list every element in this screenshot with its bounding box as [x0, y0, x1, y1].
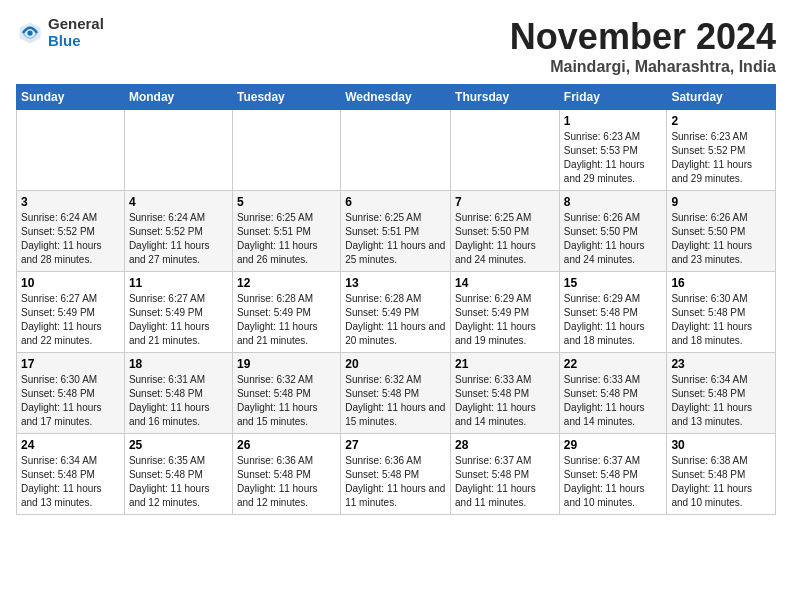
calendar-cell: 15Sunrise: 6:29 AM Sunset: 5:48 PM Dayli…	[559, 272, 667, 353]
calendar-cell: 2Sunrise: 6:23 AM Sunset: 5:52 PM Daylig…	[667, 110, 776, 191]
calendar-cell: 26Sunrise: 6:36 AM Sunset: 5:48 PM Dayli…	[232, 434, 340, 515]
day-number: 20	[345, 357, 446, 371]
calendar-cell: 4Sunrise: 6:24 AM Sunset: 5:52 PM Daylig…	[124, 191, 232, 272]
day-info: Sunrise: 6:35 AM Sunset: 5:48 PM Dayligh…	[129, 454, 228, 510]
day-number: 2	[671, 114, 771, 128]
calendar-week-2: 3Sunrise: 6:24 AM Sunset: 5:52 PM Daylig…	[17, 191, 776, 272]
calendar-cell: 28Sunrise: 6:37 AM Sunset: 5:48 PM Dayli…	[451, 434, 560, 515]
day-number: 19	[237, 357, 336, 371]
calendar-cell: 3Sunrise: 6:24 AM Sunset: 5:52 PM Daylig…	[17, 191, 125, 272]
calendar-header-wednesday: Wednesday	[341, 85, 451, 110]
calendar-header-saturday: Saturday	[667, 85, 776, 110]
day-info: Sunrise: 6:26 AM Sunset: 5:50 PM Dayligh…	[671, 211, 771, 267]
logo-icon	[16, 19, 44, 47]
day-number: 6	[345, 195, 446, 209]
day-info: Sunrise: 6:34 AM Sunset: 5:48 PM Dayligh…	[671, 373, 771, 429]
day-info: Sunrise: 6:27 AM Sunset: 5:49 PM Dayligh…	[129, 292, 228, 348]
calendar-cell: 29Sunrise: 6:37 AM Sunset: 5:48 PM Dayli…	[559, 434, 667, 515]
day-number: 3	[21, 195, 120, 209]
day-info: Sunrise: 6:36 AM Sunset: 5:48 PM Dayligh…	[237, 454, 336, 510]
calendar-cell: 9Sunrise: 6:26 AM Sunset: 5:50 PM Daylig…	[667, 191, 776, 272]
day-info: Sunrise: 6:34 AM Sunset: 5:48 PM Dayligh…	[21, 454, 120, 510]
day-info: Sunrise: 6:30 AM Sunset: 5:48 PM Dayligh…	[21, 373, 120, 429]
day-info: Sunrise: 6:28 AM Sunset: 5:49 PM Dayligh…	[237, 292, 336, 348]
day-number: 5	[237, 195, 336, 209]
day-number: 23	[671, 357, 771, 371]
day-info: Sunrise: 6:26 AM Sunset: 5:50 PM Dayligh…	[564, 211, 663, 267]
day-info: Sunrise: 6:33 AM Sunset: 5:48 PM Dayligh…	[564, 373, 663, 429]
calendar-cell: 1Sunrise: 6:23 AM Sunset: 5:53 PM Daylig…	[559, 110, 667, 191]
day-number: 22	[564, 357, 663, 371]
logo: General Blue	[16, 16, 104, 49]
day-info: Sunrise: 6:23 AM Sunset: 5:53 PM Dayligh…	[564, 130, 663, 186]
day-info: Sunrise: 6:29 AM Sunset: 5:48 PM Dayligh…	[564, 292, 663, 348]
calendar-cell	[341, 110, 451, 191]
day-number: 7	[455, 195, 555, 209]
day-info: Sunrise: 6:25 AM Sunset: 5:50 PM Dayligh…	[455, 211, 555, 267]
calendar-header-friday: Friday	[559, 85, 667, 110]
calendar-cell: 14Sunrise: 6:29 AM Sunset: 5:49 PM Dayli…	[451, 272, 560, 353]
day-number: 12	[237, 276, 336, 290]
day-number: 13	[345, 276, 446, 290]
day-number: 16	[671, 276, 771, 290]
location-subtitle: Maindargi, Maharashtra, India	[510, 58, 776, 76]
day-info: Sunrise: 6:25 AM Sunset: 5:51 PM Dayligh…	[345, 211, 446, 267]
day-number: 28	[455, 438, 555, 452]
day-info: Sunrise: 6:28 AM Sunset: 5:49 PM Dayligh…	[345, 292, 446, 348]
day-info: Sunrise: 6:24 AM Sunset: 5:52 PM Dayligh…	[21, 211, 120, 267]
calendar-cell: 12Sunrise: 6:28 AM Sunset: 5:49 PM Dayli…	[232, 272, 340, 353]
calendar-cell: 10Sunrise: 6:27 AM Sunset: 5:49 PM Dayli…	[17, 272, 125, 353]
day-number: 11	[129, 276, 228, 290]
calendar-cell: 27Sunrise: 6:36 AM Sunset: 5:48 PM Dayli…	[341, 434, 451, 515]
calendar-cell: 6Sunrise: 6:25 AM Sunset: 5:51 PM Daylig…	[341, 191, 451, 272]
day-info: Sunrise: 6:23 AM Sunset: 5:52 PM Dayligh…	[671, 130, 771, 186]
day-number: 21	[455, 357, 555, 371]
calendar-cell	[451, 110, 560, 191]
calendar-cell	[232, 110, 340, 191]
day-info: Sunrise: 6:33 AM Sunset: 5:48 PM Dayligh…	[455, 373, 555, 429]
page-header: General Blue November 2024 Maindargi, Ma…	[16, 16, 776, 76]
title-area: November 2024 Maindargi, Maharashtra, In…	[510, 16, 776, 76]
calendar-week-5: 24Sunrise: 6:34 AM Sunset: 5:48 PM Dayli…	[17, 434, 776, 515]
day-number: 26	[237, 438, 336, 452]
calendar-cell: 16Sunrise: 6:30 AM Sunset: 5:48 PM Dayli…	[667, 272, 776, 353]
calendar-cell	[17, 110, 125, 191]
calendar-cell: 23Sunrise: 6:34 AM Sunset: 5:48 PM Dayli…	[667, 353, 776, 434]
day-info: Sunrise: 6:37 AM Sunset: 5:48 PM Dayligh…	[564, 454, 663, 510]
day-number: 10	[21, 276, 120, 290]
day-info: Sunrise: 6:27 AM Sunset: 5:49 PM Dayligh…	[21, 292, 120, 348]
month-title: November 2024	[510, 16, 776, 58]
logo-text: General Blue	[48, 16, 104, 49]
day-number: 29	[564, 438, 663, 452]
calendar-cell: 20Sunrise: 6:32 AM Sunset: 5:48 PM Dayli…	[341, 353, 451, 434]
calendar-cell	[124, 110, 232, 191]
day-info: Sunrise: 6:31 AM Sunset: 5:48 PM Dayligh…	[129, 373, 228, 429]
calendar-header-sunday: Sunday	[17, 85, 125, 110]
day-number: 1	[564, 114, 663, 128]
calendar-cell: 5Sunrise: 6:25 AM Sunset: 5:51 PM Daylig…	[232, 191, 340, 272]
calendar-cell: 11Sunrise: 6:27 AM Sunset: 5:49 PM Dayli…	[124, 272, 232, 353]
day-number: 27	[345, 438, 446, 452]
calendar-cell: 18Sunrise: 6:31 AM Sunset: 5:48 PM Dayli…	[124, 353, 232, 434]
calendar-cell: 8Sunrise: 6:26 AM Sunset: 5:50 PM Daylig…	[559, 191, 667, 272]
calendar-week-3: 10Sunrise: 6:27 AM Sunset: 5:49 PM Dayli…	[17, 272, 776, 353]
day-info: Sunrise: 6:29 AM Sunset: 5:49 PM Dayligh…	[455, 292, 555, 348]
day-info: Sunrise: 6:25 AM Sunset: 5:51 PM Dayligh…	[237, 211, 336, 267]
day-number: 18	[129, 357, 228, 371]
calendar-header-row: SundayMondayTuesdayWednesdayThursdayFrid…	[17, 85, 776, 110]
calendar-cell: 24Sunrise: 6:34 AM Sunset: 5:48 PM Dayli…	[17, 434, 125, 515]
day-number: 17	[21, 357, 120, 371]
day-info: Sunrise: 6:38 AM Sunset: 5:48 PM Dayligh…	[671, 454, 771, 510]
calendar-header-monday: Monday	[124, 85, 232, 110]
calendar-table: SundayMondayTuesdayWednesdayThursdayFrid…	[16, 84, 776, 515]
day-info: Sunrise: 6:32 AM Sunset: 5:48 PM Dayligh…	[237, 373, 336, 429]
calendar-week-4: 17Sunrise: 6:30 AM Sunset: 5:48 PM Dayli…	[17, 353, 776, 434]
calendar-cell: 13Sunrise: 6:28 AM Sunset: 5:49 PM Dayli…	[341, 272, 451, 353]
day-info: Sunrise: 6:32 AM Sunset: 5:48 PM Dayligh…	[345, 373, 446, 429]
logo-blue-text: Blue	[48, 33, 104, 50]
day-info: Sunrise: 6:24 AM Sunset: 5:52 PM Dayligh…	[129, 211, 228, 267]
svg-point-1	[27, 30, 32, 35]
calendar-header-thursday: Thursday	[451, 85, 560, 110]
day-number: 4	[129, 195, 228, 209]
day-info: Sunrise: 6:37 AM Sunset: 5:48 PM Dayligh…	[455, 454, 555, 510]
